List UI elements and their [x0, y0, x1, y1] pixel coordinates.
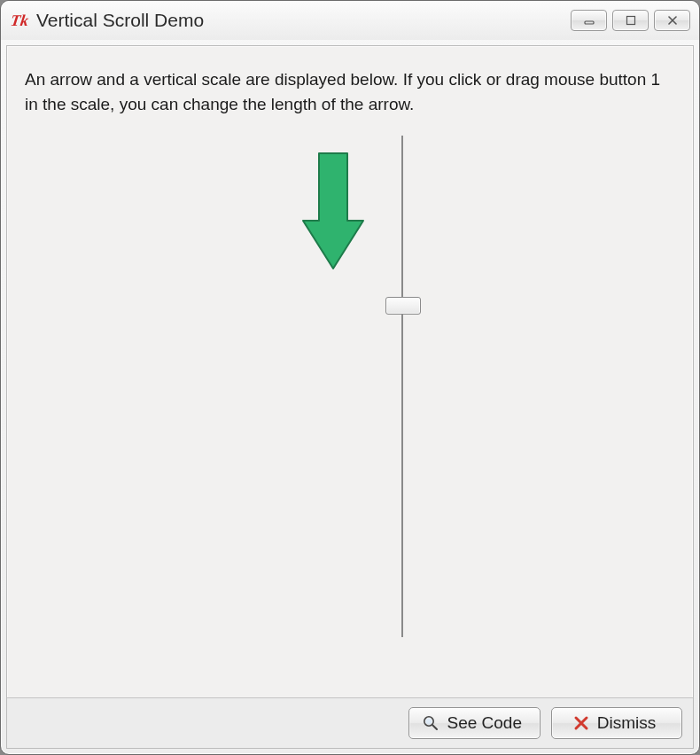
close-icon [666, 14, 679, 27]
minimize-button[interactable] [571, 10, 607, 31]
dismiss-label: Dismiss [597, 713, 657, 733]
see-code-button[interactable]: See Code [408, 707, 541, 739]
button-bar: See Code Dismiss [7, 697, 693, 748]
tk-app-icon [10, 11, 29, 30]
description-text: An arrow and a vertical scale are displa… [7, 46, 693, 127]
demo-area [7, 127, 693, 697]
svg-rect-4 [426, 719, 432, 725]
svg-rect-0 [585, 21, 594, 24]
svg-marker-2 [303, 153, 363, 269]
content-frame: An arrow and a vertical scale are displa… [6, 45, 694, 749]
minimize-icon [583, 14, 595, 27]
svg-line-5 [433, 725, 438, 729]
window-controls [571, 10, 690, 31]
dismiss-button[interactable]: Dismiss [551, 707, 682, 739]
svg-rect-1 [626, 17, 634, 25]
maximize-icon [625, 14, 637, 27]
down-arrow-icon [299, 150, 367, 274]
scale-track[interactable] [401, 136, 403, 637]
magnifier-icon [422, 714, 439, 732]
scale-thumb[interactable] [385, 297, 421, 315]
window-title: Vertical Scroll Demo [36, 10, 571, 31]
application-window: Vertical Scroll Demo An arrow and a vert… [0, 0, 700, 755]
titlebar[interactable]: Vertical Scroll Demo [1, 1, 699, 40]
maximize-button[interactable] [612, 10, 649, 31]
x-icon [572, 714, 590, 732]
see-code-label: See Code [447, 713, 522, 733]
close-button[interactable] [654, 10, 690, 31]
